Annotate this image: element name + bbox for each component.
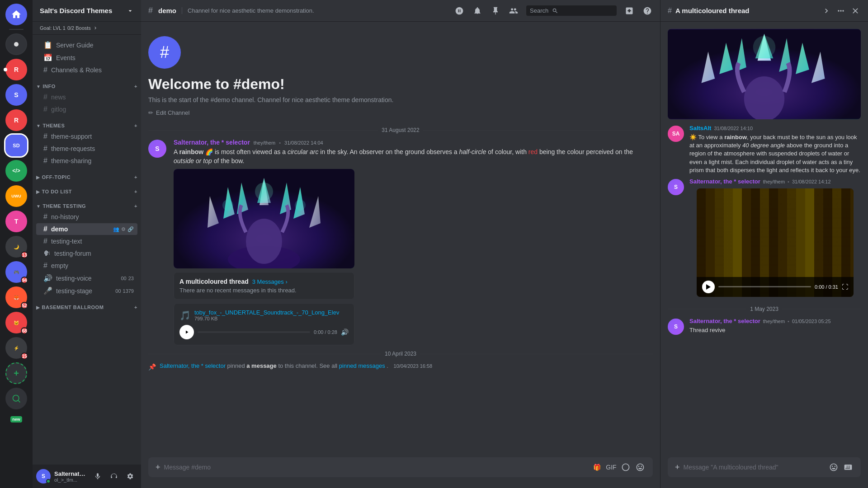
- server-icon-r1[interactable]: R: [5, 59, 27, 80]
- main-content: # demo Channel for nice aesthetic theme …: [141, 0, 660, 488]
- thread-avatar-1[interactable]: SA: [668, 126, 684, 142]
- server-icon-salt[interactable]: SD: [5, 135, 27, 156]
- category-add-themes[interactable]: +: [134, 123, 137, 128]
- category-info[interactable]: ▼ Info +: [33, 76, 141, 91]
- server-icon-home[interactable]: [5, 4, 27, 25]
- demo-members-icon[interactable]: 👥: [113, 226, 119, 232]
- category-add-offtopic[interactable]: +: [134, 174, 137, 180]
- channel-testing-stage[interactable]: 🎤 testing-stage 00 1379: [36, 285, 137, 297]
- category-add-basement[interactable]: +: [134, 305, 137, 310]
- system-actor[interactable]: Salternator, the * selector: [160, 362, 226, 369]
- video-fullscreen-icon[interactable]: ⛶: [842, 283, 848, 291]
- channel-gitlog[interactable]: # gitlog: [36, 103, 137, 115]
- inbox-icon[interactable]: [624, 5, 635, 16]
- category-themes[interactable]: ▼ Themes +: [33, 116, 141, 130]
- thread-notification-icon[interactable]: [821, 5, 832, 16]
- channel-testing-text[interactable]: # testing-text: [36, 235, 137, 247]
- server-icon-notifications[interactable]: [5, 33, 27, 55]
- members-icon[interactable]: [508, 5, 519, 16]
- volume-icon[interactable]: 🔊: [341, 328, 349, 336]
- channel-server-guide[interactable]: 📋 Server Guide: [36, 39, 137, 51]
- emoji-add-icon[interactable]: +: [156, 463, 160, 472]
- server-icon-discover[interactable]: [5, 388, 27, 409]
- server-icon-b5[interactable]: ⚡ 15: [5, 337, 27, 359]
- gift-icon[interactable]: 🎁: [591, 462, 602, 473]
- server-icon-b2[interactable]: 🎮 94: [5, 261, 27, 283]
- category-theme-testing[interactable]: ▼ Theme Testing +: [33, 196, 141, 211]
- server-icon-code[interactable]: </>: [5, 160, 27, 182]
- date-aug-label: 31 August 2022: [382, 127, 419, 133]
- thread-author-3[interactable]: Salternator, the * selector: [689, 318, 760, 324]
- thread-close-icon[interactable]: [850, 5, 861, 16]
- video-play-button[interactable]: [702, 281, 715, 293]
- gif-icon[interactable]: GIF: [606, 462, 617, 473]
- thread-messages: SA SaltsAlt 31/08/2022 14:10 ☀️ To view …: [660, 22, 868, 457]
- category-add-info[interactable]: +: [134, 84, 137, 89]
- user-display-name: Salternato...: [54, 470, 87, 477]
- demo-settings-icon[interactable]: ⚙: [121, 226, 126, 232]
- threads-icon[interactable]: [454, 5, 465, 16]
- sticker-icon[interactable]: [620, 462, 631, 473]
- server-name-header[interactable]: Salt's Discord Themes: [33, 0, 141, 22]
- server-icon-r2[interactable]: R: [5, 109, 27, 131]
- notification-icon[interactable]: [472, 5, 483, 16]
- server-icon-b1[interactable]: 🌙 13: [5, 236, 27, 258]
- msg-avatar-1[interactable]: S: [148, 140, 166, 158]
- channel-testing-forum[interactable]: 🗣 testing-forum: [36, 248, 137, 259]
- thread-video-embed[interactable]: 0:00 / 0:31 ⛶: [697, 188, 854, 297]
- help-icon[interactable]: [642, 5, 653, 16]
- channel-events[interactable]: 📅 Events: [36, 52, 137, 64]
- channel-no-history[interactable]: # no-history: [36, 211, 137, 223]
- thread-add-icon[interactable]: +: [675, 463, 680, 472]
- boost-bar[interactable]: Goal: LVL 1 0/2 Boosts: [33, 22, 141, 35]
- server-icon-s[interactable]: S: [5, 84, 27, 106]
- thread-avatar-2[interactable]: S: [668, 179, 684, 195]
- channel-name-testing-stage: testing-stage: [56, 287, 92, 295]
- headset-button[interactable]: [107, 469, 121, 483]
- thread-author-1[interactable]: SaltsAlt: [689, 125, 711, 131]
- message-input[interactable]: [164, 459, 588, 476]
- channel-theme-sharing[interactable]: # theme-sharing: [36, 155, 137, 167]
- mic-button[interactable]: [90, 469, 105, 483]
- channel-testing-voice[interactable]: 🔊 testing-voice 00 23: [36, 272, 137, 284]
- channel-empty[interactable]: # empty: [36, 260, 137, 272]
- thread-avatar-3[interactable]: S: [668, 319, 684, 335]
- demo-link-icon[interactable]: 🔗: [127, 226, 134, 232]
- pinned-icon[interactable]: [490, 5, 501, 16]
- server-icon-b3[interactable]: 🦊 52: [5, 286, 27, 308]
- video-progress-bar[interactable]: [718, 286, 811, 287]
- emoji-icon[interactable]: [635, 462, 646, 473]
- search-bar[interactable]: Search: [526, 5, 617, 16]
- cat-chevron-basement: ▶: [36, 305, 40, 310]
- system-target[interactable]: a message: [246, 362, 277, 369]
- thread-input-box: +: [668, 457, 861, 477]
- server-icon-uwu[interactable]: UWU: [5, 185, 27, 207]
- category-add-testing[interactable]: +: [134, 203, 137, 209]
- server-icon-t1[interactable]: T: [5, 211, 27, 232]
- channel-news[interactable]: # news: [36, 91, 137, 103]
- category-todo[interactable]: ▶ To Do List +: [33, 182, 141, 196]
- server-icon-add[interactable]: +: [5, 362, 27, 384]
- thread-author-2[interactable]: Salternator, the * selector: [689, 178, 760, 185]
- category-off-topic[interactable]: ▶ Off-Topic +: [33, 167, 141, 182]
- channel-channels-roles[interactable]: # Channels & Roles: [36, 64, 137, 76]
- thread-keyboard-icon[interactable]: [843, 462, 854, 473]
- pinned-messages-link[interactable]: pinned messages: [339, 362, 385, 369]
- edit-channel-button[interactable]: ✏ Edit Channel: [148, 109, 189, 116]
- msg-author-1[interactable]: Salternator, the * selector: [174, 139, 250, 146]
- channel-theme-requests[interactable]: # theme-requests: [36, 143, 137, 155]
- thread-more-icon[interactable]: [835, 5, 846, 16]
- thread-messages-link[interactable]: 3 Messages ›: [252, 278, 288, 285]
- play-button[interactable]: [179, 325, 194, 339]
- server-icon-b4[interactable]: 🐱 68: [5, 312, 27, 333]
- channel-theme-support[interactable]: # theme-support: [36, 131, 137, 142]
- thread-input[interactable]: [684, 459, 825, 476]
- channel-demo[interactable]: # demo 👥 ⚙ 🔗: [36, 223, 137, 235]
- thread-emoji-icon[interactable]: [828, 462, 839, 473]
- category-add-todo[interactable]: +: [134, 189, 137, 194]
- audio-title[interactable]: toby_fox_-_UNDERTALE_Soundtrack_-_70_Lon…: [194, 309, 339, 316]
- category-basement[interactable]: ▶ Basement Ballroom +: [33, 297, 141, 312]
- settings-button[interactable]: [123, 469, 137, 483]
- red-text: red: [528, 148, 538, 155]
- audio-progress-bar[interactable]: [198, 331, 310, 333]
